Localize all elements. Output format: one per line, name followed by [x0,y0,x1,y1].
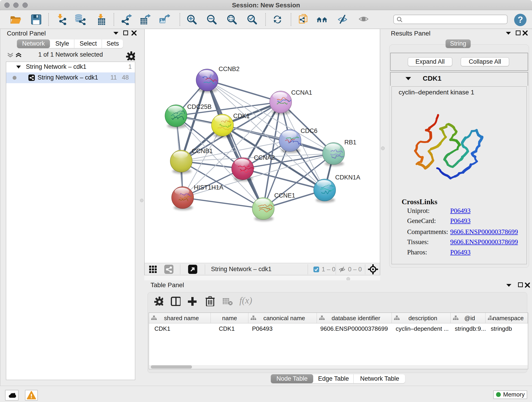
svg-text:CCNA1: CCNA1 [291,89,312,96]
svg-text:HIST1H1A: HIST1H1A [194,184,223,191]
svg-text:CCNE1: CCNE1 [274,192,295,199]
svg-text:CDKN1A: CDKN1A [335,174,360,181]
svg-text:RB1: RB1 [344,139,356,146]
svg-text:CDC25B: CDC25B [187,103,212,110]
svg-text:CCNB2: CCNB2 [219,65,240,72]
svg-text:CCNA2: CCNA2 [254,154,275,161]
svg-text:CDC6: CDC6 [301,128,317,134]
svg-text:CCNB1: CCNB1 [192,148,213,154]
svg-text:CDK1: CDK1 [233,113,250,119]
